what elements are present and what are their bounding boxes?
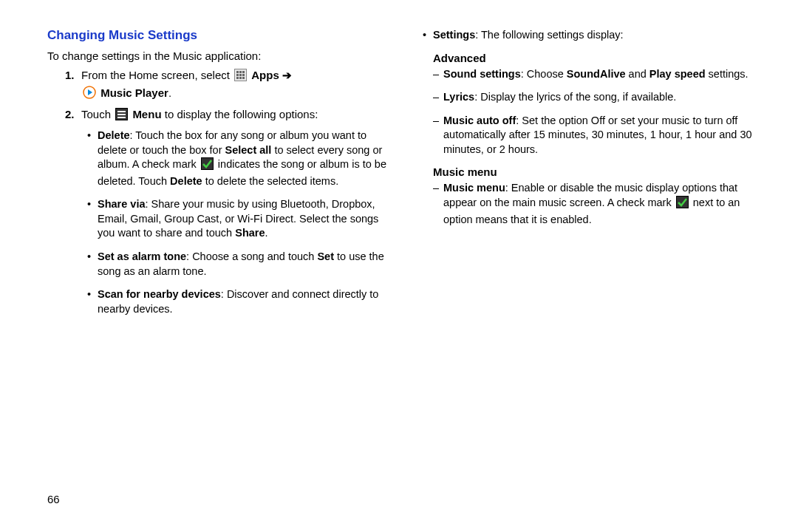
step-number: 1. bbox=[65, 68, 81, 103]
svg-rect-13 bbox=[117, 111, 126, 112]
right-column: • Settings: The following settings displ… bbox=[423, 28, 768, 325]
bullet-mark: • bbox=[87, 197, 98, 241]
bullet-mark: • bbox=[87, 287, 98, 316]
dash-lyrics: – Lyrics: Display the lyrics of the song… bbox=[433, 90, 768, 105]
svg-rect-3 bbox=[242, 71, 245, 73]
share-label: Share via bbox=[98, 198, 146, 210]
dash-sound-settings: – Sound settings: Choose SoundAlive and … bbox=[433, 67, 768, 82]
step-body: From the Home screen, select Apps ➔ Musi… bbox=[81, 68, 393, 103]
dash-mark: – bbox=[433, 181, 443, 227]
svg-rect-1 bbox=[236, 71, 239, 73]
bullet-scan: • Scan for nearby devices: Discover and … bbox=[87, 287, 393, 316]
page-number: 66 bbox=[47, 493, 60, 505]
checkmark-icon bbox=[676, 196, 689, 213]
step2-post: to display the following options: bbox=[165, 108, 318, 120]
music-player-label: Music Player bbox=[100, 86, 168, 99]
dash-body: Music auto off: Set the option Off or se… bbox=[443, 114, 768, 157]
svg-rect-17 bbox=[676, 196, 688, 208]
bullet-share: • Share via: Share your music by using B… bbox=[87, 197, 393, 241]
bullet-mark: • bbox=[87, 250, 98, 279]
dash-music-menu: – Music menu: Enable or disable the musi… bbox=[433, 181, 768, 227]
t: settings. bbox=[706, 68, 748, 80]
dash-mark: – bbox=[433, 90, 443, 105]
musicmenu-label: Music menu bbox=[443, 182, 505, 194]
sound-label: Sound settings bbox=[443, 68, 521, 80]
svg-rect-16 bbox=[201, 158, 213, 170]
bullet-mark: • bbox=[423, 28, 433, 43]
autooff-label: Music auto off bbox=[443, 115, 516, 126]
step-body: Touch Menu to display the following opti… bbox=[81, 107, 393, 124]
svg-rect-7 bbox=[236, 77, 239, 79]
menu-icon bbox=[115, 108, 128, 124]
section-heading: Changing Music Settings bbox=[47, 28, 393, 43]
dash-body: Lyrics: Display the lyrics of the song, … bbox=[443, 90, 768, 105]
t: : The following settings display: bbox=[475, 29, 623, 41]
playspeed-label: Play speed bbox=[649, 68, 706, 80]
share-bold: Share bbox=[235, 227, 265, 239]
advanced-heading: Advanced bbox=[433, 52, 768, 64]
svg-rect-6 bbox=[242, 74, 245, 76]
bullet-mark: • bbox=[87, 129, 98, 188]
alarm-label: Set as alarm tone bbox=[98, 250, 186, 262]
delete-label2: Delete bbox=[170, 175, 202, 187]
step1-pre: From the Home screen, select bbox=[81, 69, 233, 81]
t: and bbox=[626, 68, 649, 80]
soundalive-label: SoundAlive bbox=[567, 68, 626, 80]
select-all-label: Select all bbox=[225, 144, 272, 156]
svg-rect-9 bbox=[242, 77, 245, 79]
step-number: 2. bbox=[65, 107, 81, 124]
apps-label: Apps bbox=[251, 69, 279, 81]
bullet-alarm: • Set as alarm tone: Choose a song and t… bbox=[87, 250, 393, 279]
menu-label: Menu bbox=[132, 108, 161, 120]
step2-pre: Touch bbox=[81, 108, 114, 120]
svg-rect-15 bbox=[117, 117, 126, 118]
dash-mark: – bbox=[433, 67, 443, 82]
bullet-body: Share via: Share your music by using Blu… bbox=[98, 197, 393, 241]
intro-text: To change settings in the Music applicat… bbox=[47, 49, 393, 64]
advanced-list: – Sound settings: Choose SoundAlive and … bbox=[433, 67, 768, 157]
settings-label: Settings bbox=[433, 29, 475, 41]
t: . bbox=[265, 227, 268, 239]
scan-label: Scan for nearby devices bbox=[98, 288, 221, 300]
music-player-icon bbox=[83, 86, 96, 103]
svg-rect-2 bbox=[239, 71, 242, 73]
sub-bullets: • Delete: Touch the box for any song or … bbox=[87, 129, 393, 316]
checkmark-icon bbox=[201, 157, 214, 174]
set-label: Set bbox=[317, 250, 334, 262]
delete-label: Delete bbox=[98, 129, 130, 141]
music-menu-heading: Music menu bbox=[433, 166, 768, 178]
t: : Display the lyrics of the song, if ava… bbox=[474, 91, 676, 103]
step-1: 1. From the Home screen, select Apps ➔ M… bbox=[65, 68, 393, 103]
bullet-body: Settings: The following settings display… bbox=[433, 28, 768, 43]
arrow-icon: ➔ bbox=[282, 69, 292, 81]
music-menu-list: – Music menu: Enable or disable the musi… bbox=[433, 181, 768, 227]
t: to delete the selected items. bbox=[202, 175, 339, 187]
svg-rect-8 bbox=[239, 77, 242, 79]
svg-rect-4 bbox=[236, 74, 239, 76]
bullet-body: Scan for nearby devices: Discover and co… bbox=[98, 287, 393, 316]
t: : Choose bbox=[521, 68, 567, 80]
page-content: Changing Music Settings To change settin… bbox=[0, 0, 798, 325]
dash-mark: – bbox=[433, 114, 443, 157]
dash-body: Music menu: Enable or disable the music … bbox=[443, 181, 768, 227]
bullet-delete: • Delete: Touch the box for any song or … bbox=[87, 129, 393, 188]
step-2: 2. Touch Menu to display the following o… bbox=[65, 107, 393, 124]
svg-rect-14 bbox=[117, 114, 126, 115]
numbered-list: 1. From the Home screen, select Apps ➔ M… bbox=[65, 68, 393, 124]
left-column: Changing Music Settings To change settin… bbox=[47, 28, 393, 325]
svg-rect-5 bbox=[239, 74, 242, 76]
dash-auto-off: – Music auto off: Set the option Off or … bbox=[433, 114, 768, 157]
apps-grid-icon bbox=[234, 69, 247, 85]
dash-body: Sound settings: Choose SoundAlive and Pl… bbox=[443, 67, 768, 82]
bullet-settings: • Settings: The following settings displ… bbox=[423, 28, 768, 43]
bullet-body: Set as alarm tone: Choose a song and tou… bbox=[98, 250, 393, 279]
period: . bbox=[168, 86, 171, 99]
lyrics-label: Lyrics bbox=[443, 91, 474, 103]
bullet-body: Delete: Touch the box for any song or al… bbox=[98, 129, 393, 188]
t: : Choose a song and touch bbox=[186, 250, 317, 262]
